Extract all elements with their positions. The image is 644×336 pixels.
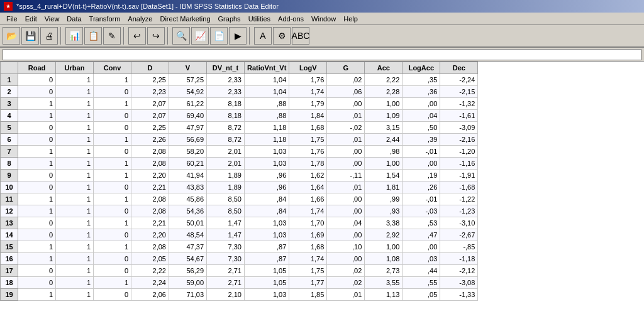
table-cell[interactable]: 0 (94, 110, 131, 122)
table-cell[interactable]: 0 (18, 265, 56, 277)
table-cell[interactable]: -2,67 (440, 229, 478, 241)
table-cell[interactable]: 1,81 (365, 182, 402, 193)
table-cell[interactable]: 0 (18, 229, 56, 241)
table-cell[interactable]: 41,94 (169, 170, 207, 182)
table-cell[interactable]: 2,07 (131, 110, 169, 122)
table-cell[interactable]: 2,10 (207, 289, 245, 301)
row-number[interactable]: 3 (1, 98, 18, 110)
table-cell[interactable]: ,02 (327, 277, 365, 289)
table-cell[interactable]: 1 (56, 253, 94, 265)
table-cell[interactable]: ,01 (327, 134, 365, 146)
table-cell[interactable]: ,19 (402, 170, 440, 182)
table-cell[interactable]: 1,00 (365, 158, 402, 170)
table-cell[interactable]: 1,85 (289, 289, 327, 301)
table-cell[interactable]: -2,16 (440, 134, 478, 146)
table-cell[interactable]: 1 (56, 265, 94, 277)
table-cell[interactable]: ,84 (245, 205, 289, 217)
table-cell[interactable]: 1,62 (289, 170, 327, 182)
table-cell[interactable]: 1,76 (289, 146, 327, 158)
table-cell[interactable]: 0 (18, 277, 56, 289)
redo-button[interactable]: ↪ (147, 27, 165, 45)
table-cell[interactable]: 1,05 (245, 265, 289, 277)
table-cell[interactable]: 1,03 (245, 229, 289, 241)
table-cell[interactable]: 47,97 (169, 122, 207, 134)
table-cell[interactable]: 1,74 (289, 205, 327, 217)
table-cell[interactable]: 1 (18, 253, 56, 265)
row-number[interactable]: 16 (1, 253, 18, 265)
row-number[interactable]: 5 (1, 122, 18, 134)
table-cell[interactable]: 2,20 (131, 170, 169, 182)
table-cell[interactable]: 1 (18, 241, 56, 253)
table-cell[interactable]: 1,66 (289, 193, 327, 205)
table-cell[interactable]: 0 (18, 134, 56, 146)
table-cell[interactable]: 2,26 (131, 134, 169, 146)
table-cell[interactable]: ,00 (327, 146, 365, 158)
menu-item-transform[interactable]: Transform (86, 14, 125, 23)
table-cell[interactable]: 1 (18, 205, 56, 217)
table-cell[interactable]: 57,25 (169, 74, 207, 86)
table-cell[interactable]: 71,03 (169, 289, 207, 301)
table-cell[interactable]: 1,69 (289, 229, 327, 241)
table-cell[interactable]: 1,76 (289, 74, 327, 86)
row-number[interactable]: 9 (1, 170, 18, 182)
table-cell[interactable]: ,05 (402, 289, 440, 301)
table-cell[interactable]: -3,09 (440, 122, 478, 134)
table-cell[interactable]: 2,08 (131, 193, 169, 205)
table-cell[interactable]: 1 (94, 193, 131, 205)
row-number[interactable]: 8 (1, 158, 18, 170)
menu-item-direct-marketing[interactable]: Direct Marketing (156, 14, 214, 23)
table-cell[interactable]: 8,50 (207, 193, 245, 205)
table-cell[interactable]: 1,68 (289, 241, 327, 253)
table-cell[interactable]: 2,01 (207, 146, 245, 158)
table-cell[interactable]: 1,79 (289, 98, 327, 110)
table-cell[interactable]: 7,30 (207, 253, 245, 265)
table-cell[interactable]: 2,44 (365, 134, 402, 146)
table-cell[interactable]: 1,18 (245, 122, 289, 134)
table-cell[interactable]: 1 (56, 74, 94, 86)
table-cell[interactable]: 2,21 (131, 182, 169, 193)
table-cell[interactable]: -1,23 (440, 205, 478, 217)
table-cell[interactable]: 8,18 (207, 110, 245, 122)
table-cell[interactable]: 1,05 (245, 277, 289, 289)
row-number[interactable]: 18 (1, 277, 18, 289)
table-cell[interactable]: 2,71 (207, 265, 245, 277)
table-cell[interactable]: 43,83 (169, 182, 207, 193)
table-cell[interactable]: ,04 (327, 217, 365, 229)
table-cell[interactable]: -,01 (402, 146, 440, 158)
table-cell[interactable]: 0 (94, 253, 131, 265)
table-cell[interactable]: -1,22 (440, 193, 478, 205)
table-cell[interactable]: 0 (94, 146, 131, 158)
table-cell[interactable]: 1 (56, 146, 94, 158)
table-cell[interactable]: 2,22 (131, 265, 169, 277)
table-cell[interactable]: ,00 (327, 98, 365, 110)
table-cell[interactable]: 0 (94, 265, 131, 277)
menu-item-view[interactable]: View (41, 14, 64, 23)
table-cell[interactable]: 1,75 (289, 265, 327, 277)
col-header-dec[interactable]: Dec (440, 62, 478, 74)
table-cell[interactable]: 1,75 (289, 134, 327, 146)
table-cell[interactable]: 0 (94, 205, 131, 217)
col-header-road[interactable]: Road (18, 62, 56, 74)
table-cell[interactable]: 3,55 (365, 277, 402, 289)
table-cell[interactable]: 8,18 (207, 98, 245, 110)
table-cell[interactable]: 1,08 (365, 253, 402, 265)
table-cell[interactable]: 2,33 (207, 86, 245, 98)
table-cell[interactable]: 1 (56, 193, 94, 205)
table-cell[interactable]: -1,32 (440, 98, 478, 110)
table-cell[interactable]: 1,04 (245, 86, 289, 98)
table-cell[interactable]: 0 (18, 217, 56, 229)
table-cell[interactable]: ,10 (327, 241, 365, 253)
table-cell[interactable]: 0 (94, 122, 131, 134)
row-number[interactable]: 13 (1, 217, 18, 229)
row-number[interactable]: 12 (1, 205, 18, 217)
table-cell[interactable]: 3,38 (365, 217, 402, 229)
table-cell[interactable]: ,88 (245, 110, 289, 122)
table-cell[interactable]: ,93 (365, 205, 402, 217)
table-cell[interactable]: 1,89 (207, 170, 245, 182)
table-cell[interactable]: 1,84 (289, 110, 327, 122)
table-cell[interactable]: 1,03 (245, 217, 289, 229)
settings-button[interactable]: ⚙ (273, 27, 291, 45)
menu-item-edit[interactable]: Edit (21, 14, 41, 23)
table-cell[interactable]: 1,04 (245, 74, 289, 86)
col-header-d[interactable]: D (131, 62, 169, 74)
